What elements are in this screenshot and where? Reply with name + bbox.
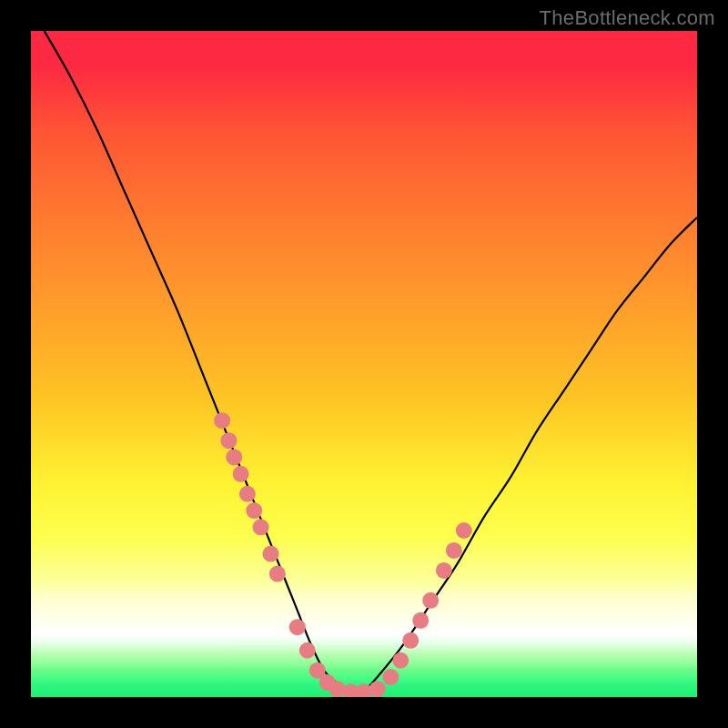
data-marker	[436, 562, 452, 579]
data-marker	[220, 432, 237, 449]
data-marker	[299, 642, 316, 659]
data-marker	[446, 542, 462, 559]
data-marker	[289, 619, 306, 635]
data-marker	[382, 669, 399, 685]
data-marker	[253, 519, 269, 535]
data-marker	[412, 612, 429, 629]
data-marker	[214, 412, 230, 429]
data-marker	[402, 632, 419, 649]
data-marker	[269, 566, 286, 582]
watermark-text: TheBottleneck.com	[540, 6, 715, 30]
data-marker	[246, 502, 262, 519]
bottleneck-curve	[45, 31, 697, 692]
data-marker	[239, 486, 256, 502]
data-marker	[422, 592, 439, 609]
data-marker	[392, 652, 409, 669]
data-marker	[369, 681, 386, 697]
data-marker	[233, 466, 249, 482]
data-marker	[456, 522, 472, 539]
data-marker	[226, 449, 242, 465]
data-marker	[263, 546, 279, 562]
